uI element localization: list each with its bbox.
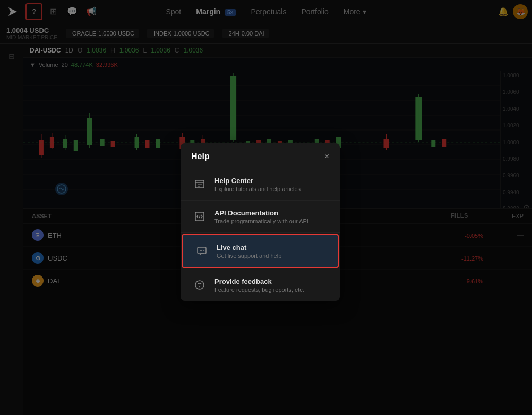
live-chat-item[interactable]: Live chat Get live support and help bbox=[182, 234, 339, 268]
svg-line-51 bbox=[199, 215, 200, 218]
help-modal-header: Help × bbox=[181, 143, 340, 168]
svg-point-54 bbox=[201, 250, 202, 251]
api-docs-item[interactable]: API Documentation Trade programmatically… bbox=[181, 201, 340, 233]
live-chat-title: Live chat bbox=[217, 244, 281, 252]
live-chat-desc: Get live support and help bbox=[217, 253, 281, 259]
api-docs-icon bbox=[191, 208, 208, 225]
feedback-item[interactable]: Provide feedback Feature requests, bug r… bbox=[181, 269, 340, 301]
help-center-icon bbox=[191, 176, 208, 193]
svg-point-58 bbox=[199, 288, 200, 289]
help-center-item[interactable]: Help Center Explore tutorials and help a… bbox=[181, 168, 340, 201]
help-modal-close-button[interactable]: × bbox=[324, 152, 329, 161]
live-chat-icon bbox=[193, 243, 210, 260]
api-docs-title: API Documentation bbox=[214, 209, 308, 217]
svg-point-55 bbox=[203, 250, 204, 251]
feedback-desc: Feature requests, bug reports, etc. bbox=[214, 287, 304, 293]
feedback-icon bbox=[191, 276, 208, 293]
help-center-title: Help Center bbox=[214, 177, 301, 185]
api-docs-desc: Trade programmatically with our API bbox=[214, 218, 308, 224]
svg-point-53 bbox=[200, 250, 201, 251]
help-modal: Help × Help Center Explore tutorials and… bbox=[181, 143, 340, 301]
svg-rect-46 bbox=[195, 180, 204, 188]
feedback-title: Provide feedback bbox=[214, 278, 304, 286]
help-center-desc: Explore tutorials and help articles bbox=[214, 186, 301, 192]
help-modal-title: Help bbox=[191, 152, 210, 161]
